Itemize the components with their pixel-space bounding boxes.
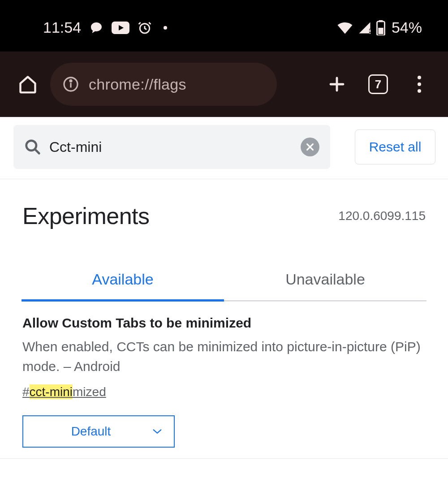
flag-anchor-link[interactable]: #cct-minimized (22, 385, 106, 399)
tab-unavailable-label: Unavailable (285, 271, 365, 288)
flag-description: When enabled, CCTs can be minimized into… (22, 337, 426, 376)
tab-unavailable[interactable]: Unavailable (224, 263, 426, 301)
flag-state-select[interactable]: Default (22, 415, 175, 448)
svg-line-14 (35, 149, 39, 153)
info-icon (63, 76, 79, 92)
close-icon (305, 142, 315, 152)
message-icon (89, 21, 103, 35)
page-title: Experiments (22, 203, 150, 229)
search-icon (24, 138, 41, 155)
more-vert-icon (418, 76, 421, 93)
reset-all-button[interactable]: Reset all (355, 129, 435, 164)
alarm-icon (138, 21, 152, 35)
flags-page: Reset all Experiments 120.0.6099.115 Ava… (0, 117, 448, 459)
android-statusbar: 11:54 54% (0, 0, 448, 52)
youtube-icon (112, 22, 129, 34)
page-header: Experiments 120.0.6099.115 (0, 179, 448, 235)
browser-toolbar: chrome://flags 7 (0, 52, 448, 117)
tab-switcher-button[interactable]: 7 (362, 68, 394, 100)
svg-point-4 (370, 33, 371, 34)
search-row: Reset all (0, 117, 448, 179)
svg-rect-7 (378, 28, 383, 34)
statusbar-left: 11:54 (43, 19, 167, 36)
plus-icon (327, 75, 346, 94)
svg-point-10 (70, 80, 72, 82)
cellular-signal-icon (358, 21, 372, 34)
new-tab-button[interactable] (321, 68, 353, 100)
search-highlight: cct-mini (30, 384, 73, 399)
chrome-version: 120.0.6099.115 (338, 209, 426, 223)
omnibox[interactable]: chrome://flags (50, 63, 277, 106)
flag-tabs: Available Unavailable (22, 263, 426, 301)
notification-dot-icon (164, 26, 167, 30)
flag-item: Allow Custom Tabs to be minimized When e… (0, 301, 448, 459)
omnibox-url: chrome://flags (89, 76, 186, 93)
home-icon (18, 74, 38, 94)
tab-count-badge: 7 (368, 74, 388, 94)
svg-rect-6 (379, 20, 383, 22)
wifi-icon (337, 22, 353, 34)
home-button[interactable] (14, 71, 41, 98)
tab-count: 7 (375, 78, 381, 91)
reset-all-label: Reset all (369, 139, 422, 155)
overflow-menu-button[interactable] (403, 68, 435, 100)
battery-percentage: 54% (392, 19, 422, 36)
statusbar-right: 54% (337, 19, 426, 36)
chevron-down-icon (152, 428, 162, 435)
battery-icon (376, 20, 385, 35)
flag-search-input[interactable] (49, 139, 293, 155)
tab-available-label: Available (92, 271, 153, 288)
flag-state-value: Default (71, 424, 111, 439)
flag-search-box[interactable] (13, 125, 330, 169)
status-time: 11:54 (43, 19, 81, 36)
svg-rect-3 (370, 29, 371, 32)
tab-available[interactable]: Available (22, 263, 224, 301)
flag-title: Allow Custom Tabs to be minimized (22, 315, 426, 331)
clear-search-button[interactable] (301, 138, 319, 156)
